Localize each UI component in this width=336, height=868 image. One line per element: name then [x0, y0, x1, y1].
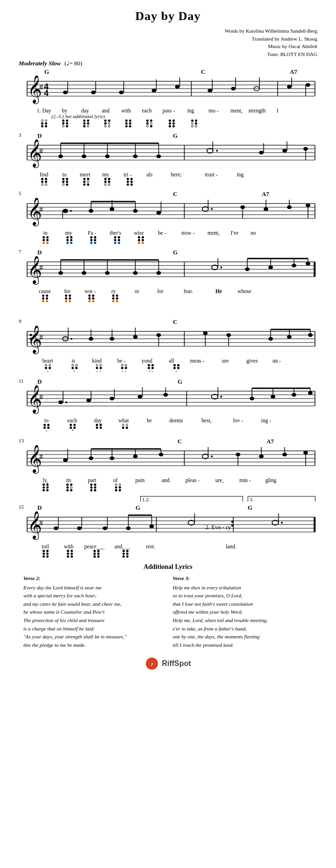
page-title: Day by Day — [19, 9, 317, 23]
tab-row-4 — [19, 294, 317, 302]
system-8: 1.2. 3. 15 D G G 𝄞 # — [19, 496, 317, 558]
svg-point-247 — [103, 526, 107, 530]
lyrics-row-7: ly, its part of pain and pleas - ure, mi… — [19, 477, 317, 483]
staff-system-6: 𝄞 # — [19, 385, 317, 416]
svg-point-140 — [29, 334, 32, 336]
attribution: Words by Karolina Wilhelmina Sandell-Ber… — [19, 27, 317, 58]
lyrics-row-3: in my Fa - ther's wise be - stow - ment,… — [19, 230, 317, 236]
svg-point-87 — [211, 208, 213, 210]
system-3: 5 C A7 𝄞 # — [19, 190, 317, 244]
staff-system-3: 𝄞 # — [19, 198, 317, 228]
riffspot-footer: ♪ RiffSpot — [19, 657, 317, 671]
lyrics-row-8: toil with peace___ and___ rest. land. — [19, 544, 317, 549]
svg-point-13 — [63, 91, 68, 94]
svg-point-83 — [157, 211, 161, 215]
staff-system-4: 𝄞 # — [19, 256, 317, 287]
svg-point-242 — [231, 525, 234, 527]
svg-point-144 — [71, 338, 72, 340]
staff-system-5: 𝄞 # — [19, 326, 317, 356]
svg-text:#: # — [39, 393, 43, 401]
svg-point-73 — [63, 209, 68, 213]
staff-system-8: 𝄞 # 2 — [19, 511, 317, 542]
svg-point-120 — [220, 266, 222, 268]
tab-row-2 — [19, 178, 317, 186]
svg-point-176 — [65, 401, 67, 403]
svg-point-15 — [91, 91, 96, 94]
svg-point-207 — [63, 458, 68, 462]
svg-point-179 — [110, 397, 114, 400]
tab-row-8 — [19, 550, 317, 558]
svg-point-21 — [175, 85, 179, 89]
svg-text:2. Eve - ry: 2. Eve - ry — [205, 524, 231, 531]
system-1: G C A7 𝄞 # 4 4 — [19, 68, 317, 127]
tab-row-1 — [19, 119, 317, 127]
lyrics-row-5: heart is kind be - yond all meas - ure g… — [19, 358, 317, 364]
lyrics-row-6: to each day what he deems best, lov - in… — [19, 418, 317, 423]
lyrics-row-1: 1. Day by day and with each pass - ing m… — [19, 108, 317, 113]
svg-point-245 — [77, 526, 82, 530]
svg-point-31 — [306, 83, 310, 87]
svg-point-181 — [138, 395, 143, 399]
svg-text:#: # — [39, 264, 43, 272]
svg-point-29 — [287, 85, 292, 89]
svg-point-57 — [259, 151, 264, 154]
svg-point-25 — [231, 87, 236, 91]
lyrics-row-4: cause for wor - ry or for fear. He whose — [19, 288, 317, 294]
tab-row-3 — [19, 236, 317, 244]
lyrics-row-2: find to meet my tri - als here; trust - … — [19, 172, 317, 177]
svg-point-19 — [152, 89, 157, 92]
verse-2-column: Verse 2: Every day the Lord himself is n… — [23, 574, 164, 649]
tempo-marking: Moderately Slow (♩= 80) — [19, 60, 317, 67]
svg-text:#: # — [39, 205, 43, 213]
svg-point-187 — [220, 396, 222, 398]
verse-3-column: Verse 3: Help me then in every tribulati… — [173, 574, 313, 649]
svg-point-59 — [282, 149, 287, 153]
svg-point-177 — [86, 399, 91, 402]
staff-system-1: 𝄞 # 4 4 — [19, 76, 317, 106]
svg-point-75 — [70, 210, 72, 212]
tab-row-6: + * — [19, 424, 317, 433]
svg-point-17 — [119, 91, 124, 94]
system-5: 9 C 𝄞 # — [19, 318, 317, 373]
svg-point-23 — [207, 89, 212, 92]
system-2: 3 D G 𝄞 # — [19, 132, 317, 186]
svg-text:#: # — [39, 519, 43, 527]
staff-system-2: 𝄞 # — [19, 140, 317, 170]
svg-text:4: 4 — [44, 89, 49, 98]
svg-point-220 — [211, 455, 213, 457]
svg-text:♪: ♪ — [150, 660, 154, 667]
svg-point-241 — [231, 521, 234, 523]
system-6: 11 D G 𝄞 # — [19, 378, 317, 433]
svg-point-141 — [29, 338, 32, 340]
riffspot-logo-icon: ♪ — [145, 657, 159, 671]
additional-lyrics-section: Additional Lyrics Verse 2: Every day the… — [19, 563, 317, 649]
svg-point-259 — [281, 522, 283, 524]
system-4: 7 D G 𝄞 # — [19, 249, 317, 302]
svg-point-174 — [58, 400, 63, 404]
svg-text:#: # — [39, 83, 43, 91]
system-7: 13 C A7 𝄞 # — [19, 438, 317, 491]
riffspot-text: RiffSpot — [162, 659, 191, 668]
svg-point-56 — [216, 150, 218, 152]
svg-point-243 — [54, 526, 58, 530]
staff-system-7: 𝄞 # — [19, 445, 317, 476]
svg-text:#: # — [39, 333, 43, 341]
svg-text:#: # — [39, 147, 43, 155]
svg-text:#: # — [39, 453, 43, 461]
tab-row-7 — [19, 483, 317, 491]
tab-row-5: + + + + + + + + — [19, 364, 317, 373]
